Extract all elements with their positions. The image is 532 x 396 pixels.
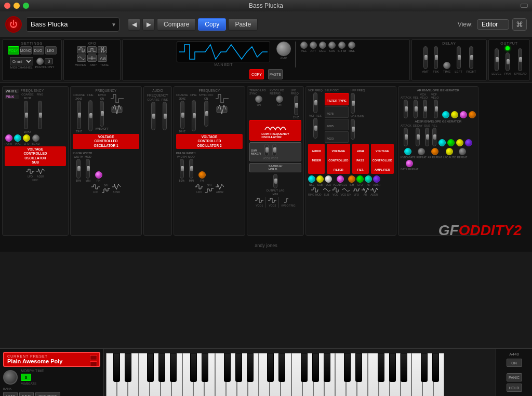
vco-mix-knob[interactable] — [325, 175, 332, 183]
wave-btn-3[interactable] — [98, 46, 107, 53]
ar-attack-slider[interactable] — [404, 100, 408, 118]
preset-down-btn[interactable] — [90, 361, 97, 366]
adsr-rel-slider[interactable] — [432, 128, 436, 146]
key-fs6[interactable] — [378, 353, 384, 382]
piano-keyboard[interactable] — [104, 349, 496, 396]
key-ds7[interactable] — [432, 353, 439, 382]
minimize-button[interactable] — [14, 3, 20, 9]
key-gs5[interactable] — [312, 353, 319, 382]
hpf-freq-slider[interactable] — [351, 93, 355, 114]
output-pan-slider[interactable] — [506, 52, 510, 71]
delay-left-slider[interactable] — [457, 46, 461, 69]
rnl-knob[interactable] — [348, 42, 355, 49]
vel-knob[interactable] — [300, 42, 308, 49]
paste-button[interactable]: Paste — [228, 18, 258, 31]
output-level-slider[interactable] — [495, 48, 499, 71]
close-button[interactable] — [4, 3, 10, 9]
key-as3[interactable] — [170, 353, 177, 382]
hold-btn[interactable]: HOLD — [507, 384, 522, 392]
adsr-mix-knob[interactable] — [373, 175, 380, 183]
output-lag-slider[interactable] — [273, 174, 277, 188]
key-fs4[interactable] — [224, 353, 231, 382]
key-ds5[interactable] — [278, 353, 285, 382]
adsr-sus-slider[interactable] — [425, 128, 429, 146]
delay-time-knob[interactable] — [443, 62, 450, 69]
filter-4023[interactable]: 4023 — [325, 131, 349, 143]
sw-vco2-slider[interactable] — [272, 144, 276, 156]
sw-vco1-slider[interactable] — [264, 144, 269, 156]
ar-c4-knob[interactable] — [469, 111, 476, 118]
copy-paste-btn[interactable]: COPY — [249, 69, 264, 79]
key-gs4[interactable] — [235, 353, 242, 382]
gate-repeat-knob[interactable] — [406, 160, 413, 167]
ar-vca-velo-slider[interactable] — [423, 100, 427, 118]
key-cs4[interactable] — [190, 353, 197, 382]
ar-vcf-velo-slider[interactable] — [434, 100, 438, 118]
vca-gain-slider[interactable] — [351, 119, 355, 140]
key-ds4[interactable] — [202, 353, 208, 382]
save-btn[interactable]: SAVE — [19, 392, 34, 396]
vco2-mod-slider[interactable] — [189, 159, 193, 179]
maximize-button[interactable] — [23, 3, 29, 9]
vco2-sync-slider[interactable] — [204, 101, 208, 127]
filter-4075[interactable]: 4075 — [325, 106, 349, 118]
ar-repeat-knob[interactable] — [431, 148, 438, 155]
vco1-kvbo-slider[interactable] — [100, 101, 104, 127]
panic-btn[interactable]: PANIC — [507, 373, 522, 381]
adsr-c3-knob[interactable] — [456, 139, 463, 146]
vco-sub-port-knob[interactable] — [5, 134, 12, 142]
midi-channel-select[interactable]: Omni — [10, 57, 33, 65]
lfo-auto-knob[interactable] — [446, 148, 453, 155]
nav-next-button[interactable]: ▶ — [142, 18, 155, 31]
vco1vco2-knob[interactable] — [337, 175, 344, 183]
compare-button[interactable]: Compare — [157, 18, 196, 31]
leg-mode-btn[interactable]: LEG — [45, 46, 57, 54]
sub-knob[interactable] — [316, 175, 324, 183]
wave-btn-2[interactable] — [87, 46, 97, 53]
wave-btn-1[interactable] — [77, 46, 86, 53]
nav-prev-button[interactable]: ◀ — [128, 18, 140, 31]
paste-main-btn[interactable]: PASTE — [268, 69, 283, 79]
vcf-res-slider[interactable] — [313, 118, 317, 139]
filter-type-btn[interactable]: FILTER TYPE — [325, 93, 349, 105]
lfo-tempo-knob[interactable] — [255, 95, 262, 103]
link-icon[interactable]: ⌘ — [512, 18, 527, 31]
vco-sub-ppc-knob[interactable] — [14, 134, 21, 142]
wave-btn-4[interactable] — [77, 54, 86, 62]
main-edit-knob[interactable] — [276, 42, 291, 56]
lfo-kvbo-knob[interactable] — [276, 95, 283, 103]
repeat2-knob[interactable] — [459, 148, 466, 155]
wave-btn-6[interactable]: AW — [98, 54, 107, 62]
load-btn[interactable]: LOAD — [3, 392, 18, 396]
att-knob[interactable] — [310, 42, 317, 49]
adsr-decay-slider[interactable] — [416, 128, 420, 146]
mono-mode-btn[interactable]: MONO — [20, 46, 32, 54]
vco2-fine-slider[interactable] — [192, 100, 196, 131]
morph-knob[interactable] — [3, 370, 18, 385]
dec-knob[interactable] — [319, 42, 326, 49]
vco-sub-lfo-knob[interactable] — [23, 134, 30, 142]
nse-knob[interactable] — [308, 175, 315, 183]
preset-dropdown[interactable]: Bass Plucka — [26, 17, 119, 32]
adsr-c1-knob[interactable] — [438, 139, 446, 146]
vco-sub-bend-knob[interactable] — [32, 134, 39, 142]
key-f6[interactable] — [368, 353, 379, 396]
wave-btn-5[interactable] — [87, 54, 97, 62]
key-gs3[interactable] — [158, 353, 165, 382]
vco1-mod-slider[interactable] — [86, 159, 90, 179]
poly-mode-btn[interactable]: POLY — [8, 46, 19, 54]
adsr-attack-slider[interactable] — [404, 128, 408, 146]
key-fs3[interactable] — [147, 353, 154, 382]
lfo-freq-slider[interactable] — [294, 95, 298, 115]
power-button[interactable]: ⏻ — [5, 16, 22, 33]
key-as4[interactable] — [247, 353, 254, 382]
key-as6[interactable] — [401, 353, 407, 382]
a440-on-btn[interactable]: ON — [507, 359, 522, 367]
key-cs7[interactable] — [421, 353, 428, 382]
adsr-c4-knob[interactable] — [465, 139, 472, 146]
stim-knob[interactable] — [338, 42, 345, 49]
copy-button[interactable]: Copy — [198, 18, 226, 31]
memorise-btn[interactable]: MEMORISE — [35, 392, 60, 396]
polyphony-knob[interactable] — [36, 58, 44, 65]
vco-sub-coarse-slider[interactable] — [24, 101, 28, 129]
